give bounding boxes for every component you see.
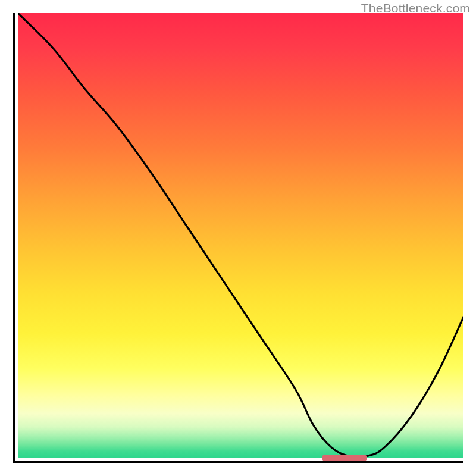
plot-area <box>13 13 463 463</box>
gradient-background <box>18 13 463 458</box>
optimal-range-marker <box>322 455 367 461</box>
bottleneck-chart <box>13 13 463 463</box>
watermark: TheBottleneck.com <box>361 1 470 15</box>
